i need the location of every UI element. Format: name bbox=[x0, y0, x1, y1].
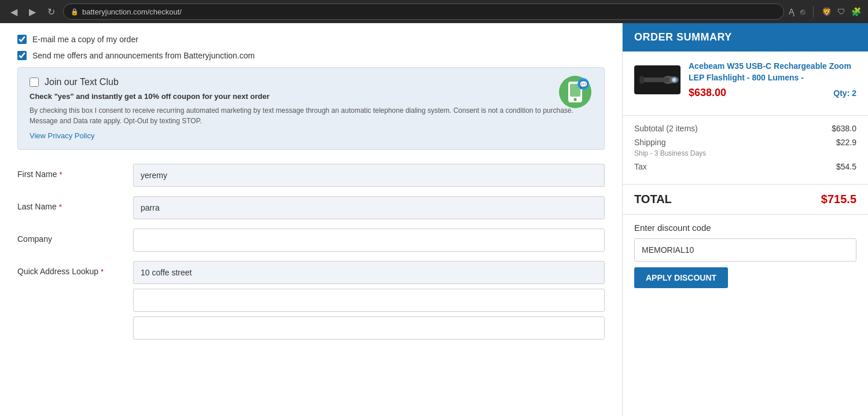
shipping-line: Shipping $22.9 bbox=[634, 138, 856, 147]
company-row: Company bbox=[17, 229, 605, 252]
shipping-label: Shipping bbox=[634, 138, 666, 147]
text-club-checkbox[interactable] bbox=[30, 78, 39, 87]
total-value: $715.5 bbox=[821, 193, 856, 206]
lock-icon: 🔒 bbox=[71, 8, 79, 16]
address-line2-input[interactable] bbox=[133, 289, 605, 312]
first-name-row: First Name * bbox=[17, 164, 605, 187]
total-label: TOTAL bbox=[634, 193, 672, 206]
browser-right-icons: A̧ ⎋ 🦁 🛡 🧩 bbox=[789, 6, 861, 17]
browser-divider bbox=[813, 6, 814, 17]
first-name-input[interactable] bbox=[133, 164, 605, 187]
last-name-required: * bbox=[59, 203, 62, 211]
text-club-header: Join our Text Club bbox=[30, 77, 593, 87]
product-image bbox=[634, 65, 681, 94]
company-label: Company bbox=[17, 229, 122, 244]
text-club-promo: Check "yes" and instantly get a 10% off … bbox=[30, 92, 593, 101]
quick-address-row: Quick Address Lookup * bbox=[17, 261, 605, 340]
discount-section: Enter discount code Apply Discount bbox=[623, 214, 868, 296]
refresh-button[interactable]: ↻ bbox=[44, 4, 58, 20]
tax-value: $54.5 bbox=[836, 162, 856, 171]
svg-point-3 bbox=[574, 98, 577, 101]
text-club-legal: By checking this box I consent to receiv… bbox=[30, 105, 593, 126]
email-copy-checkbox[interactable] bbox=[17, 35, 27, 44]
tax-line: Tax $54.5 bbox=[634, 162, 856, 171]
forward-button[interactable]: ▶ bbox=[25, 4, 39, 20]
address-bar[interactable]: 🔒 batteryjunction.com/checkout/ bbox=[63, 3, 784, 20]
discount-input[interactable] bbox=[634, 238, 856, 262]
email-copy-row: E-mail me a copy of my order bbox=[17, 35, 605, 44]
last-name-row: Last Name * bbox=[17, 196, 605, 219]
subtotal-label: Subtotal (2 items) bbox=[634, 124, 698, 133]
product-info: Acebeam W35 USB-C Rechargeable Zoom LEP … bbox=[689, 61, 856, 99]
text-club-title: Join our Text Club bbox=[45, 77, 119, 87]
order-summary-content: Acebeam W35 USB-C Rechargeable Zoom LEP … bbox=[623, 51, 868, 116]
discount-title: Enter discount code bbox=[634, 223, 856, 233]
page-layout: E-mail me a copy of my order Send me off… bbox=[0, 23, 868, 416]
offers-label: Send me offers and announcements from Ba… bbox=[32, 51, 255, 60]
share-icon[interactable]: ⎋ bbox=[800, 7, 805, 16]
address-line3-input[interactable] bbox=[133, 316, 605, 340]
tax-label: Tax bbox=[634, 162, 647, 171]
svg-text:💬: 💬 bbox=[579, 80, 588, 89]
text-club-icon: 💬 bbox=[558, 75, 593, 109]
total-row: TOTAL $715.5 bbox=[623, 185, 868, 214]
product-price: $638.00 bbox=[689, 87, 726, 99]
quick-address-required: * bbox=[101, 267, 104, 276]
last-name-input[interactable] bbox=[133, 196, 605, 219]
company-field-group bbox=[133, 229, 605, 252]
back-button[interactable]: ◀ bbox=[7, 4, 21, 20]
browser-chrome: ◀ ▶ ↻ 🔒 batteryjunction.com/checkout/ A̧… bbox=[0, 0, 868, 23]
shipping-value: $22.9 bbox=[836, 138, 856, 147]
last-name-label: Last Name * bbox=[17, 196, 122, 211]
email-copy-label: E-mail me a copy of my order bbox=[32, 35, 138, 44]
product-qty: Qty: 2 bbox=[833, 89, 856, 98]
extensions-icon[interactable]: 🧩 bbox=[851, 7, 861, 16]
svg-point-9 bbox=[639, 76, 644, 84]
product-name: Acebeam W35 USB-C Rechargeable Zoom LEP … bbox=[689, 61, 856, 83]
quick-address-field-group bbox=[133, 261, 605, 340]
svg-point-12 bbox=[673, 79, 675, 81]
offers-checkbox[interactable] bbox=[17, 51, 27, 60]
wallet-icon[interactable]: 🛡 bbox=[837, 7, 845, 16]
url-text: batteryjunction.com/checkout/ bbox=[82, 8, 182, 16]
privacy-policy-link[interactable]: View Privacy Policy bbox=[30, 131, 94, 140]
order-summary-header: ORDER SUMMARY bbox=[623, 23, 868, 51]
product-price-row: $638.00 Qty: 2 bbox=[689, 87, 856, 99]
company-input[interactable] bbox=[133, 229, 605, 252]
apply-discount-button[interactable]: Apply Discount bbox=[634, 267, 728, 288]
quick-address-input[interactable] bbox=[133, 261, 605, 284]
translate-icon[interactable]: A̧ bbox=[789, 7, 795, 16]
first-name-label: First Name * bbox=[17, 164, 122, 179]
shipping-sub: Ship - 3 Business Days bbox=[634, 149, 856, 157]
first-name-field-group bbox=[133, 164, 605, 187]
product-row: Acebeam W35 USB-C Rechargeable Zoom LEP … bbox=[634, 61, 856, 99]
first-name-required: * bbox=[59, 170, 62, 179]
summary-section: Subtotal (2 items) $638.0 Shipping $22.9… bbox=[623, 116, 868, 185]
svg-rect-8 bbox=[642, 78, 670, 82]
subtotal-value: $638.0 bbox=[832, 124, 856, 133]
sidebar: ORDER SUMMARY Acebe bbox=[622, 23, 868, 416]
quick-address-label: Quick Address Lookup * bbox=[17, 261, 122, 276]
main-content: E-mail me a copy of my order Send me off… bbox=[0, 23, 622, 416]
offers-row: Send me offers and announcements from Ba… bbox=[17, 51, 605, 60]
text-club-box: 💬 Join our Text Club Check "yes" and ins… bbox=[17, 67, 605, 150]
brave-icon[interactable]: 🦁 bbox=[822, 7, 832, 16]
subtotal-line: Subtotal (2 items) $638.0 bbox=[634, 124, 856, 133]
last-name-field-group bbox=[133, 196, 605, 219]
